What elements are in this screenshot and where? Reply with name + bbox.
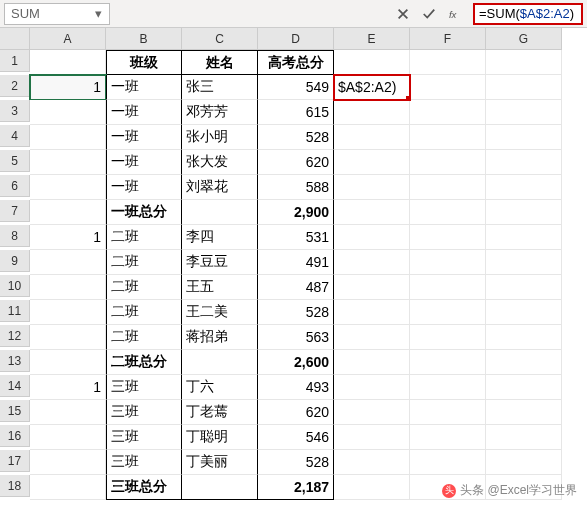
cell[interactable]: 姓名 bbox=[182, 50, 258, 75]
row-header[interactable]: 1 bbox=[0, 50, 30, 72]
cell[interactable]: 二班 bbox=[106, 250, 182, 275]
cell[interactable] bbox=[486, 425, 562, 450]
formula-input[interactable]: =SUM($A$2:A2) bbox=[473, 3, 583, 25]
cell[interactable] bbox=[334, 100, 410, 125]
cell[interactable]: 546 bbox=[258, 425, 334, 450]
cell[interactable]: 李豆豆 bbox=[182, 250, 258, 275]
cell[interactable] bbox=[486, 100, 562, 125]
cell[interactable]: 1 bbox=[30, 75, 106, 100]
cell[interactable] bbox=[486, 200, 562, 225]
cell[interactable] bbox=[30, 425, 106, 450]
cell[interactable]: 高考总分 bbox=[258, 50, 334, 75]
cell[interactable] bbox=[486, 400, 562, 425]
cell[interactable] bbox=[410, 125, 486, 150]
cell[interactable]: 2,900 bbox=[258, 200, 334, 225]
cell[interactable]: 邓芳芳 bbox=[182, 100, 258, 125]
cell[interactable]: 491 bbox=[258, 250, 334, 275]
cell[interactable] bbox=[30, 200, 106, 225]
cell[interactable]: 2,600 bbox=[258, 350, 334, 375]
row-header[interactable]: 7 bbox=[0, 200, 30, 222]
cell[interactable] bbox=[410, 75, 486, 100]
row-header[interactable]: 18 bbox=[0, 475, 30, 497]
cell[interactable]: 三班总分 bbox=[106, 475, 182, 500]
cell[interactable]: 487 bbox=[258, 275, 334, 300]
cell[interactable] bbox=[30, 250, 106, 275]
cell[interactable]: 一班 bbox=[106, 175, 182, 200]
cell[interactable]: 528 bbox=[258, 450, 334, 475]
column-header[interactable]: E bbox=[334, 28, 410, 50]
cell[interactable]: 丁美丽 bbox=[182, 450, 258, 475]
cell[interactable]: 蒋招弟 bbox=[182, 325, 258, 350]
cell[interactable]: 588 bbox=[258, 175, 334, 200]
cell[interactable] bbox=[410, 350, 486, 375]
cell[interactable]: 三班 bbox=[106, 450, 182, 475]
cell[interactable]: 李四 bbox=[182, 225, 258, 250]
cell[interactable] bbox=[30, 325, 106, 350]
cell[interactable] bbox=[30, 100, 106, 125]
cell[interactable]: 张大发 bbox=[182, 150, 258, 175]
cell[interactable] bbox=[334, 175, 410, 200]
fx-icon[interactable]: fx bbox=[443, 3, 467, 25]
cell-editing[interactable]: $A$2:A2) bbox=[334, 75, 410, 100]
select-all-corner[interactable] bbox=[0, 28, 30, 50]
cell[interactable] bbox=[30, 350, 106, 375]
cell[interactable]: 丁六 bbox=[182, 375, 258, 400]
cell[interactable]: 二班 bbox=[106, 225, 182, 250]
row-header[interactable]: 5 bbox=[0, 150, 30, 172]
cell[interactable] bbox=[486, 125, 562, 150]
cell[interactable]: 2,187 bbox=[258, 475, 334, 500]
cell[interactable] bbox=[410, 100, 486, 125]
cell[interactable] bbox=[30, 175, 106, 200]
cell[interactable]: 张三 bbox=[182, 75, 258, 100]
cell[interactable]: 刘翠花 bbox=[182, 175, 258, 200]
cell[interactable]: 王五 bbox=[182, 275, 258, 300]
cell[interactable] bbox=[334, 350, 410, 375]
cell[interactable] bbox=[182, 350, 258, 375]
row-header[interactable]: 16 bbox=[0, 425, 30, 447]
cell[interactable] bbox=[334, 425, 410, 450]
cell[interactable] bbox=[486, 50, 562, 75]
cell[interactable]: 528 bbox=[258, 300, 334, 325]
cell[interactable]: 563 bbox=[258, 325, 334, 350]
cell[interactable] bbox=[334, 50, 410, 75]
cell[interactable] bbox=[30, 125, 106, 150]
cell[interactable]: 二班 bbox=[106, 275, 182, 300]
cell[interactable]: 493 bbox=[258, 375, 334, 400]
row-header[interactable]: 17 bbox=[0, 450, 30, 472]
cell[interactable] bbox=[334, 300, 410, 325]
cell[interactable]: 620 bbox=[258, 400, 334, 425]
cell[interactable] bbox=[410, 250, 486, 275]
cell[interactable] bbox=[30, 50, 106, 75]
cell[interactable] bbox=[486, 375, 562, 400]
cell[interactable] bbox=[486, 75, 562, 100]
row-header[interactable]: 12 bbox=[0, 325, 30, 347]
column-header[interactable]: B bbox=[106, 28, 182, 50]
row-header[interactable]: 13 bbox=[0, 350, 30, 372]
row-header[interactable]: 3 bbox=[0, 100, 30, 122]
cell[interactable]: 一班 bbox=[106, 100, 182, 125]
cell[interactable] bbox=[182, 475, 258, 500]
cell[interactable]: 549 bbox=[258, 75, 334, 100]
row-header[interactable]: 2 bbox=[0, 75, 30, 97]
cell[interactable]: 一班 bbox=[106, 75, 182, 100]
cell[interactable] bbox=[486, 450, 562, 475]
row-header[interactable]: 6 bbox=[0, 175, 30, 197]
cell[interactable]: 一班 bbox=[106, 150, 182, 175]
cell[interactable] bbox=[30, 275, 106, 300]
cell[interactable] bbox=[334, 375, 410, 400]
cell[interactable] bbox=[486, 225, 562, 250]
cell[interactable] bbox=[334, 250, 410, 275]
confirm-formula-button[interactable] bbox=[417, 3, 441, 25]
cell[interactable] bbox=[486, 350, 562, 375]
cell[interactable]: 一班总分 bbox=[106, 200, 182, 225]
cell[interactable] bbox=[410, 375, 486, 400]
cell[interactable] bbox=[334, 275, 410, 300]
cell[interactable] bbox=[30, 400, 106, 425]
column-header[interactable]: C bbox=[182, 28, 258, 50]
cell[interactable]: 班级 bbox=[106, 50, 182, 75]
cell[interactable]: 丁老蔫 bbox=[182, 400, 258, 425]
cell[interactable]: 丁聪明 bbox=[182, 425, 258, 450]
cell[interactable]: 1 bbox=[30, 225, 106, 250]
row-header[interactable]: 9 bbox=[0, 250, 30, 272]
name-box[interactable]: SUM ▾ bbox=[4, 3, 110, 25]
